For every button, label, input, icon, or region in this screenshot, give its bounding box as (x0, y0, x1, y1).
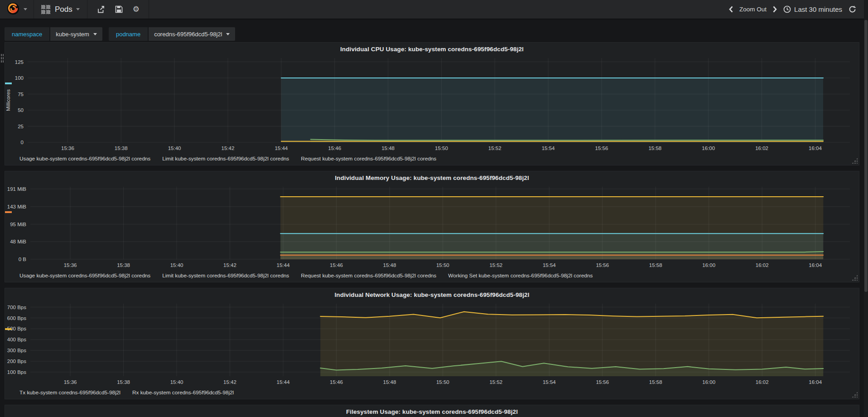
legend-item[interactable]: Usage kube-system coredns-695f96dcd5-98j… (19, 155, 150, 162)
svg-text:15:40: 15:40 (168, 145, 181, 151)
time-range-picker[interactable]: Last 30 minutes (783, 5, 842, 13)
zoom-out-button[interactable]: Zoom Out (739, 6, 767, 13)
svg-text:15:38: 15:38 (117, 262, 130, 268)
legend-item[interactable]: Request kube-system coredns-695f96dcd5-9… (301, 272, 436, 279)
share-button[interactable] (96, 5, 105, 14)
svg-text:15:38: 15:38 (115, 145, 128, 151)
svg-text:15:56: 15:56 (596, 379, 609, 385)
legend-item[interactable]: Request kube-system coredns-695f96dcd5-9… (301, 155, 436, 162)
svg-text:15:58: 15:58 (649, 262, 662, 268)
svg-text:15:38: 15:38 (117, 379, 130, 385)
svg-text:600 Bps: 600 Bps (7, 315, 26, 321)
svg-text:75: 75 (18, 92, 24, 97)
time-range-label: Last 30 minutes (794, 5, 842, 13)
dashboard-body: Individual CPU Usage: kube-system coredn… (0, 40, 868, 417)
legend-item[interactable]: Limit kube-system coredns-695f96dcd5-98j… (162, 155, 289, 162)
settings-button[interactable]: ⚙ (133, 5, 140, 13)
clock-icon (783, 5, 791, 13)
chevron-down-icon (226, 33, 230, 35)
variable-podname-value[interactable]: coredns-695f96dcd5-98j2l (149, 27, 235, 41)
svg-text:15:36: 15:36 (61, 145, 74, 151)
cpu-chart-legend: Usage kube-system coredns-695f96dcd5-98j… (19, 154, 859, 163)
legend-color-dash-icon (5, 82, 12, 84)
legend-item[interactable]: Limit kube-system coredns-695f96dcd5-98j… (162, 272, 289, 279)
scrollbar-thumb[interactable] (864, 20, 868, 292)
top-navbar: Pods ⚙ (0, 0, 868, 19)
svg-text:15:42: 15:42 (223, 379, 236, 385)
network-usage-chart[interactable]: 100 Bps200 Bps300 Bps400 Bps500 Bps600 B… (5, 300, 859, 387)
svg-text:125: 125 (15, 59, 24, 65)
svg-text:200 Bps: 200 Bps (7, 359, 26, 364)
refresh-icon (849, 5, 856, 13)
dashboard-title: Pods (55, 5, 72, 14)
svg-text:16:02: 16:02 (756, 379, 769, 385)
svg-text:15:48: 15:48 (383, 262, 396, 268)
svg-text:15:56: 15:56 (595, 145, 608, 151)
svg-text:15:40: 15:40 (170, 379, 183, 385)
svg-text:15:48: 15:48 (383, 379, 396, 385)
memory-chart-legend: Usage kube-system coredns-695f96dcd5-98j… (19, 271, 859, 280)
svg-text:15:40: 15:40 (170, 262, 183, 268)
time-back-button[interactable] (729, 6, 733, 13)
legend-item[interactable]: Usage kube-system coredns-695f96dcd5-98j… (19, 272, 150, 279)
svg-text:15:54: 15:54 (543, 262, 556, 268)
time-forward-button[interactable] (773, 6, 777, 13)
panel-title[interactable]: Filesystem Usage: kube-system coredns-69… (5, 405, 859, 417)
svg-text:15:42: 15:42 (222, 145, 235, 151)
legend-color-dash-icon (5, 211, 12, 213)
time-controls: Zoom Out Last 30 minutes (729, 0, 868, 19)
svg-text:15:52: 15:52 (489, 262, 502, 268)
svg-text:15:44: 15:44 (275, 145, 288, 151)
svg-text:15:46: 15:46 (330, 262, 343, 268)
panel-title[interactable]: Individual CPU Usage: kube-system coredn… (5, 43, 859, 54)
share-icon (96, 5, 105, 14)
legend-label: Limit kube-system coredns-695f96dcd5-98j… (162, 155, 289, 162)
gear-icon: ⚙ (133, 5, 140, 13)
svg-text:15:50: 15:50 (436, 262, 449, 268)
svg-text:15:48: 15:48 (381, 145, 395, 151)
svg-text:100: 100 (15, 75, 24, 81)
svg-text:15:36: 15:36 (64, 379, 77, 385)
svg-text:16:00: 16:00 (702, 262, 715, 268)
svg-text:16:00: 16:00 (702, 379, 715, 385)
legend-label: Limit kube-system coredns-695f96dcd5-98j… (162, 272, 289, 279)
svg-text:48 MiB: 48 MiB (10, 239, 26, 244)
refresh-button[interactable] (849, 5, 856, 13)
variable-namespace-label[interactable]: namespace (5, 27, 49, 41)
svg-text:25: 25 (18, 124, 24, 129)
svg-text:100 Bps: 100 Bps (7, 369, 26, 375)
svg-text:16:00: 16:00 (702, 145, 715, 151)
svg-text:15:52: 15:52 (488, 145, 502, 151)
legend-item[interactable]: Tx kube-system coredns-695f96dcd5-98j2l (19, 389, 121, 396)
variable-namespace-value[interactable]: kube-system (50, 27, 102, 41)
legend-label: Request kube-system coredns-695f96dcd5-9… (301, 155, 436, 162)
cpu-usage-chart[interactable]: 025507510012515:3615:3815:4015:4215:4415… (5, 54, 859, 153)
panel-title[interactable]: Individual Network Usage: kube-system co… (5, 288, 859, 300)
svg-text:16:04: 16:04 (809, 262, 822, 268)
svg-text:16:02: 16:02 (756, 262, 769, 268)
svg-text:16:04: 16:04 (809, 145, 822, 151)
svg-text:95 MiB: 95 MiB (10, 222, 26, 227)
legend-label: Usage kube-system coredns-695f96dcd5-98j… (19, 272, 150, 279)
legend-item[interactable]: Rx kube-system coredns-695f96dcd5-98j2l (132, 389, 234, 396)
svg-text:15:44: 15:44 (277, 379, 290, 385)
legend-item[interactable]: Working Set kube-system coredns-695f96dc… (448, 272, 593, 279)
save-button[interactable] (115, 5, 123, 13)
variable-value-text: kube-system (56, 31, 89, 38)
svg-text:15:44: 15:44 (277, 262, 290, 268)
chevron-right-icon (773, 6, 777, 13)
svg-text:15:58: 15:58 (649, 379, 662, 385)
grafana-menu-button[interactable] (0, 0, 34, 19)
panel-title[interactable]: Individual Memory Usage: kube-system cor… (5, 171, 859, 183)
svg-text:15:52: 15:52 (489, 379, 502, 385)
chevron-down-icon (76, 8, 80, 10)
network-chart-legend: Tx kube-system coredns-695f96dcd5-98j2lR… (19, 388, 859, 397)
page-scrollbar (864, 0, 868, 417)
svg-text:300 Bps: 300 Bps (7, 348, 26, 353)
variable-podname-label[interactable]: podname (109, 27, 148, 41)
memory-usage-chart[interactable]: 0 B48 MiB95 MiB143 MiB191 MiB15:3615:381… (5, 183, 859, 270)
row-drag-handle[interactable] (0, 53, 4, 63)
navbar-left: Pods ⚙ (0, 0, 149, 19)
dashboard-picker[interactable]: Pods (34, 0, 87, 19)
chevron-left-icon (729, 6, 733, 13)
